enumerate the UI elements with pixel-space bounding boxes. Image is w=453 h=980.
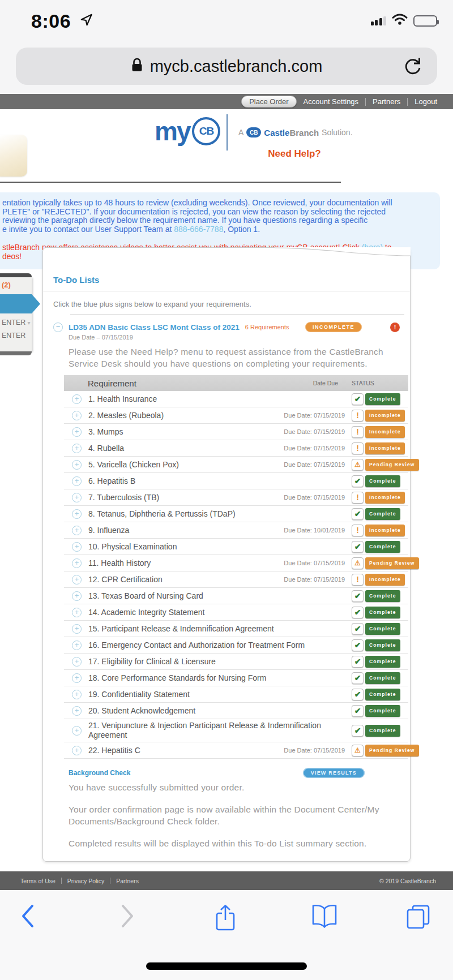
table-row: +19. Confidentiality Statement✔Complete (64, 686, 408, 703)
requirement-name: 20. Student Acknowledgement (88, 706, 195, 716)
status-badge: Complete (365, 393, 400, 405)
sidebar-item-label: ENTER (2, 319, 25, 326)
status-badge: Complete (365, 672, 400, 684)
status-badge: Pending Review (365, 459, 419, 471)
expand-plus-icon[interactable]: + (72, 493, 82, 502)
tagline-a: A (238, 128, 243, 137)
url-text: mycb.castlebranch.com (150, 57, 323, 76)
requirement-name: 12. CPR Certification (88, 575, 163, 584)
back-button[interactable] (20, 904, 35, 931)
tabs-icon[interactable] (405, 904, 431, 932)
sidebar-item-message-center[interactable]: ENTER (2, 332, 32, 339)
partners-footer-link[interactable]: Partners (116, 878, 139, 884)
requirement-due-date: Due Date: 07/15/2019 (284, 560, 352, 566)
table-row: +21. Venipuncture & Injection Participan… (64, 719, 408, 742)
address-bar[interactable]: mycb.castlebranch.com (16, 48, 437, 85)
background-check-section: Background Check VIEW RESULTS You have s… (69, 768, 400, 849)
expand-plus-icon[interactable]: + (72, 690, 82, 699)
panel-curl-decoration (275, 247, 411, 257)
partners-link[interactable]: Partners (373, 97, 400, 106)
notice-line: reviewing the paragraph directly below t… (2, 216, 435, 225)
expand-plus-icon[interactable]: + (72, 460, 82, 470)
need-help-menu[interactable]: Need Help? (249, 148, 340, 160)
status-cell: !Incomplete (352, 525, 408, 536)
expand-plus-icon[interactable]: + (72, 476, 82, 486)
requirement-due-date: Due Date: 07/15/2019 (284, 747, 352, 754)
requirement-due-date: Due Date: 07/15/2019 (284, 461, 352, 468)
requirement-name: 8. Tetanus, Diphtheria & Pertussis (TDaP… (88, 509, 236, 519)
expand-plus-icon[interactable]: + (72, 608, 82, 617)
copyright-text: © 2019 CastleBranch (379, 878, 436, 884)
location-arrow-icon (79, 12, 94, 29)
requirements-count: 6 Requirements (245, 324, 289, 330)
status-state-icon: ✔ (352, 639, 364, 651)
logout-link[interactable]: Logout (414, 97, 437, 106)
home-indicator[interactable] (146, 962, 307, 970)
expand-plus-icon[interactable]: + (72, 542, 82, 552)
status-cell: !Incomplete (352, 410, 408, 422)
expand-plus-icon[interactable]: + (72, 394, 82, 404)
requirement-due-date: Due Date: 07/15/2019 (284, 576, 352, 583)
expand-plus-icon[interactable]: + (72, 726, 82, 736)
class-name: LD35 ADN Basic Class LSC Mont Class of 2… (69, 323, 240, 332)
place-order-button[interactable]: Place Order (241, 96, 296, 108)
requirement-name: 10. Physical Examination (88, 542, 177, 552)
sidebar-item-document-center[interactable]: ENTER▾ (2, 319, 32, 326)
expand-plus-icon[interactable]: + (72, 509, 82, 519)
logo-my-text: my (155, 116, 190, 147)
status-cell: ✔Complete (352, 508, 408, 520)
expand-plus-icon[interactable]: + (72, 444, 82, 453)
terms-of-use-link[interactable]: Terms of Use (20, 878, 55, 884)
background-check-text: Completed results will be displayed with… (69, 837, 401, 849)
collapse-minus-icon[interactable]: − (53, 323, 63, 332)
account-settings-link[interactable]: Account Settings (304, 97, 359, 106)
requirement-due-date: Due Date: 07/15/2019 (284, 428, 352, 435)
table-header-row: Requirement Date Due STATUS (64, 375, 408, 391)
privacy-policy-link[interactable]: Privacy Policy (67, 878, 104, 884)
expand-plus-icon[interactable]: + (72, 427, 82, 437)
table-row: +16. Emergency Contact and Authorization… (64, 637, 408, 654)
status-cell: ✔Complete (352, 623, 408, 635)
forward-button[interactable] (120, 904, 135, 931)
requirement-due-date: Due Date: 07/15/2019 (284, 494, 352, 501)
todo-count-badge: (2) (0, 277, 32, 289)
requirement-due-date: Due Date: 07/15/2019 (284, 445, 352, 452)
requirement-name: 15. Participant Release & Indemnificatio… (88, 624, 274, 634)
support-phone-link[interactable]: 888-666-7788 (174, 225, 223, 234)
column-status: STATUS (352, 380, 408, 386)
status-badge: Incomplete (365, 574, 405, 586)
expand-plus-icon[interactable]: + (72, 657, 82, 667)
requirement-name: 19. Confidentiality Statement (88, 690, 190, 699)
expand-plus-icon[interactable]: + (72, 706, 82, 716)
status-cell: !Incomplete (352, 574, 408, 586)
expand-plus-icon[interactable]: + (72, 746, 82, 755)
status-state-icon: ! (352, 426, 364, 438)
status-state-icon: ! (352, 492, 364, 504)
table-row: +3. MumpsDue Date: 07/15/2019!Incomplete (64, 424, 408, 440)
requirement-name: 7. Tuberculosis (TB) (88, 493, 159, 502)
panel-divider (70, 314, 404, 315)
tagline-solution: Solution. (322, 128, 352, 137)
sidebar-item-active[interactable] (0, 294, 32, 313)
status-state-icon: ! (352, 574, 364, 586)
requirement-name: 13. Texas Board of Nursing Card (88, 591, 203, 601)
expand-plus-icon[interactable]: + (72, 526, 82, 535)
view-results-button[interactable]: VIEW RESULTS (303, 768, 365, 778)
reload-icon[interactable] (402, 55, 424, 80)
status-state-icon: ⚠ (352, 745, 364, 757)
expand-plus-icon[interactable]: + (72, 411, 82, 420)
bookmarks-icon[interactable] (310, 904, 339, 932)
expand-plus-icon[interactable]: + (72, 575, 82, 584)
expand-plus-icon[interactable]: + (72, 641, 82, 650)
requirement-due-date: Due Date: 07/15/2019 (284, 412, 352, 419)
status-cell: ✔Complete (352, 656, 408, 668)
expand-plus-icon[interactable]: + (72, 591, 82, 601)
expand-plus-icon[interactable]: + (72, 558, 82, 568)
share-icon[interactable] (214, 904, 237, 934)
expand-plus-icon[interactable]: + (72, 624, 82, 634)
status-cell: ✔Complete (352, 607, 408, 618)
expand-hint-text: Click the blue plus signs below to expan… (53, 300, 410, 308)
expand-plus-icon[interactable]: + (72, 673, 82, 683)
requirement-name: 21. Venipuncture & Injection Participant… (88, 721, 337, 740)
panel-divider (43, 291, 410, 291)
